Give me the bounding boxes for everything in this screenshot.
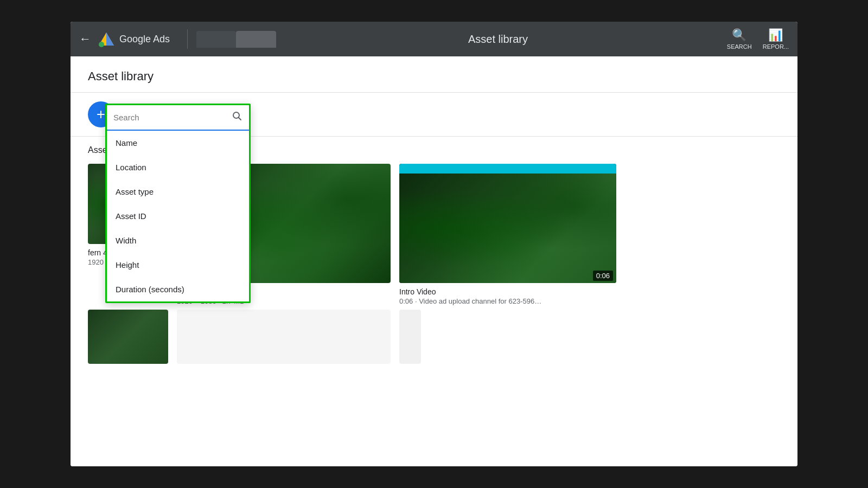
asset-thumb-introvideo: 0:06 [399, 164, 616, 283]
video-duration-badge: 0:06 [593, 271, 613, 281]
page-content: Asset library + [71, 56, 797, 466]
google-ads-logo-icon [98, 30, 115, 48]
filter-width[interactable]: Width [107, 228, 249, 253]
svg-marker-1 [106, 33, 114, 46]
filter-name[interactable]: Name [107, 131, 249, 155]
video-content: 0:06 [399, 174, 616, 283]
filter-asset-id[interactable]: Asset ID [107, 204, 249, 228]
asset-card-introvideo[interactable]: 0:06 Intro Video 0:06 · Video ad upload … [399, 164, 616, 305]
brand-name: Google Ads [119, 34, 170, 45]
asset-meta-introvideo: 0:06 · Video ad upload channel for 623-5… [399, 297, 616, 305]
reports-nav-icon: 📊 [768, 28, 783, 42]
nav-tab-1[interactable] [196, 31, 236, 48]
reports-nav-label: REPOR... [763, 43, 789, 50]
google-ads-logo: Google Ads [98, 30, 170, 48]
reports-nav-button[interactable]: 📊 REPOR... [763, 28, 789, 50]
page-header: Asset library [71, 56, 797, 93]
browser-frame: ← Google Ads Asset library 🔍 [71, 22, 797, 466]
add-icon: + [97, 106, 105, 123]
search-nav-icon: 🔍 [732, 28, 746, 42]
dropdown-search-icon [232, 113, 242, 124]
filter-duration[interactable]: Duration (seconds) [107, 277, 249, 301]
nav-divider [187, 29, 188, 49]
filter-location[interactable]: Location [107, 155, 249, 179]
dropdown-search-row [107, 105, 249, 131]
dropdown-search-button[interactable] [232, 111, 242, 124]
video-cyan-bar [399, 164, 616, 174]
second-row-partials [88, 310, 780, 364]
svg-point-2 [99, 42, 104, 47]
top-nav: ← Google Ads Asset library 🔍 [71, 22, 797, 56]
partial-fern-thumb [88, 310, 168, 364]
filter-asset-type[interactable]: Asset type [107, 179, 249, 204]
back-button[interactable]: ← [79, 32, 91, 46]
search-nav-label: SEARCH [727, 43, 752, 50]
toolbar: + [71, 93, 797, 137]
asset-name-introvideo: Intro Video [399, 287, 616, 296]
filter-height[interactable]: Height [107, 253, 249, 277]
filter-dropdown: Name Location Asset type Asset ID Width … [105, 104, 251, 303]
page-title: Asset library [88, 69, 780, 84]
search-nav-button[interactable]: 🔍 SEARCH [727, 28, 752, 50]
nav-tabs [196, 31, 455, 48]
search-input[interactable] [113, 113, 227, 122]
partial-small-thumb [399, 310, 421, 364]
dropdown-items-list: Name Location Asset type Asset ID Width … [107, 131, 249, 301]
partial-grey-thumb [177, 310, 391, 364]
nav-tab-2[interactable] [236, 31, 276, 48]
nav-page-title: Asset library [468, 33, 727, 46]
nav-actions: 🔍 SEARCH 📊 REPOR... [727, 28, 789, 50]
